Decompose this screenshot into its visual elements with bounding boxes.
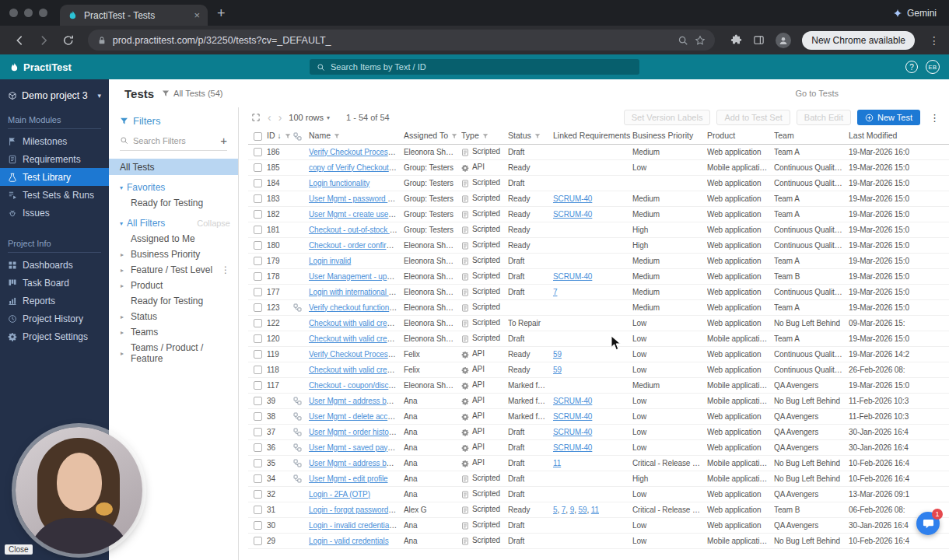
row-checkbox[interactable] [254,521,262,530]
column-filter-icon[interactable] [451,133,457,139]
tab-close-icon[interactable]: × [194,9,200,21]
collapse-link[interactable]: Collapse [197,219,230,228]
test-name-link[interactable]: Checkout with valid creden... [309,366,404,374]
row-checkbox[interactable] [254,226,262,234]
forward-icon[interactable] [38,34,51,47]
address-bar[interactable]: prod.practitest.com/p/32250/tests?cv=_DE… [88,30,716,51]
row-checkbox[interactable] [254,288,262,296]
test-row-123[interactable]: 123Verify checkout functionali...Eleonor… [248,299,949,315]
test-name-link[interactable]: Login - valid credentials [309,537,389,545]
test-row-181[interactable]: 181Checkout - out-of-stock ite...Group: … [248,222,949,237]
filter-all-tests[interactable]: All Tests [109,159,238,175]
test-name-link[interactable]: User Management - update [309,272,401,281]
row-checkbox[interactable] [254,350,262,359]
row-checkbox[interactable] [254,428,262,436]
linked-requirement-link[interactable]: SCRUM-40 [553,194,592,203]
test-row-177[interactable]: 177Login with international Ch...Eleonor… [248,284,949,299]
row-checkbox[interactable] [254,334,262,343]
row-checkbox[interactable] [254,474,262,483]
test-name-link[interactable]: Login - invalid credentials ... [309,521,403,530]
row-checkbox[interactable] [254,272,262,281]
column-header-product[interactable]: Product [707,128,774,144]
linked-requirement-link[interactable]: SCRUM-40 [553,443,592,452]
row-checkbox[interactable] [254,506,262,514]
sidebar-item-test-library[interactable]: Test Library [0,168,109,186]
new-test-button[interactable]: New Test [857,110,920,125]
help-button[interactable]: ? [905,61,918,73]
test-row-32[interactable]: 32Login - 2FA (OTP)AnaScriptedDraftLowWe… [248,486,949,502]
user-avatar[interactable]: EB [926,60,940,74]
linked-requirement-link[interactable]: SCRUM-40 [553,412,592,421]
test-row-30[interactable]: 30Login - invalid credentials ...AnaScri… [248,517,949,533]
test-name-link[interactable]: User Mgmt - address book... [309,397,404,405]
linked-requirement-link[interactable]: SCRUM-40 [553,210,592,219]
go-to-tests-link[interactable]: Go to Tests [796,89,839,98]
sidebar-item-project-settings[interactable]: Project Settings [0,327,109,345]
site-info-icon[interactable] [97,36,107,45]
row-checkbox[interactable] [254,490,262,499]
bookmark-star-icon[interactable] [695,35,706,46]
test-name-link[interactable]: Checkout - out-of-stock ite... [309,226,404,234]
select-all-checkbox[interactable] [254,132,262,141]
column-filter-icon[interactable] [482,133,489,139]
test-name-link[interactable]: User Mgmt - edit profile [309,474,388,483]
test-row-122[interactable]: 122Checkout with valid credit ...Eleonor… [248,315,949,331]
filter-item-teams[interactable]: ▸Teams [109,324,238,340]
test-row-39[interactable]: 39User Mgmt - address book...AnaAPIMarke… [248,393,949,408]
test-name-link[interactable]: Login - 2FA (OTP) [309,490,370,499]
test-name-link[interactable]: User Mgmt - order history ... [309,428,404,436]
column-header-name[interactable]: Name [309,128,404,144]
test-name-link[interactable]: Checkout with valid credit ... [309,334,404,343]
column-header-linked-requirements[interactable]: Linked Requirements [553,128,632,144]
new-tab-button[interactable]: + [217,6,226,20]
test-name-link[interactable]: Login - forgot password fl... [309,506,401,514]
filter-item-feature-test-level[interactable]: ▸Feature / Test Level⋮ [109,262,238,278]
sidebar-item-milestones[interactable]: Milestones [0,132,109,150]
set-version-labels-button[interactable]: Set Version Labels [624,110,711,125]
linked-requirement-link[interactable]: 59 [553,366,562,374]
linked-requirement-link[interactable]: 5 [553,506,557,514]
linked-requirement-link[interactable]: 7 [553,288,557,296]
browser-tab[interactable]: PractiTest - Tests × [60,5,208,26]
test-row-117[interactable]: 117Checkout - coupon/discou...Eleonora S… [248,377,949,393]
column-header-business-priority[interactable]: Business Priority [632,128,707,144]
chat-widget-button[interactable]: 1 [916,512,940,535]
sidebar-item-test-sets-runs[interactable]: Test Sets & Runs [0,186,109,204]
expand-table-icon[interactable] [251,113,261,122]
linked-requirement-link[interactable]: 7 [562,506,566,514]
sidebar-item-requirements[interactable]: Requirements [0,150,109,168]
test-name-link[interactable]: copy of Verify Checkout P... [309,163,401,172]
next-page-icon[interactable]: › [278,112,282,123]
column-filter-icon[interactable] [334,133,340,139]
lens-search-icon[interactable] [678,35,688,46]
row-checkbox[interactable] [254,412,262,421]
column-header-last-modified[interactable]: Last Modified [849,128,949,144]
row-checkbox[interactable] [254,303,262,312]
webcam-overlay[interactable] [16,427,142,554]
test-row-186[interactable]: 186Verify Checkout Process wi...Eleonora… [248,144,949,159]
window-controls[interactable] [9,9,47,17]
column-header-type[interactable]: Type [461,128,508,144]
test-name-link[interactable]: User Mgmt - delete accou... [309,412,402,421]
row-checkbox[interactable] [254,163,262,172]
test-name-link[interactable]: User Mgmt - saved payme... [309,443,404,452]
row-checkbox[interactable] [254,319,262,327]
column-header-team[interactable]: Team [774,128,849,144]
row-checkbox[interactable] [254,537,262,545]
side-panel-icon[interactable] [753,34,765,46]
filter-item-assigned-to-me[interactable]: Assigned to Me [109,231,238,247]
test-row-184[interactable]: 184Login functionalityGroup: TestersScri… [248,175,949,191]
filter-item-status[interactable]: ▸Status [109,309,238,324]
test-row-185[interactable]: 185copy of Verify Checkout P...Group: Te… [248,159,949,175]
sidebar-item-task-board[interactable]: Task Board [0,274,109,292]
filter-group-favorites[interactable]: ▾Favorites [109,175,238,195]
test-name-link[interactable]: User Mgmt - address book... [309,459,404,467]
test-name-link[interactable]: Checkout - order confirma... [309,241,403,250]
column-header-id[interactable]: ID↓ [267,128,293,144]
test-row-182[interactable]: 182User Mgmt - create user w...Group: Te… [248,206,949,222]
gemini-button[interactable]: Gemini [893,8,937,19]
test-name-link[interactable]: Login with international Ch... [309,288,404,296]
test-name-link[interactable]: Checkout with valid credit ... [309,319,404,327]
prev-page-icon[interactable]: ‹ [268,112,271,123]
filter-group-all-filters[interactable]: ▾All FiltersCollapse [109,211,238,231]
